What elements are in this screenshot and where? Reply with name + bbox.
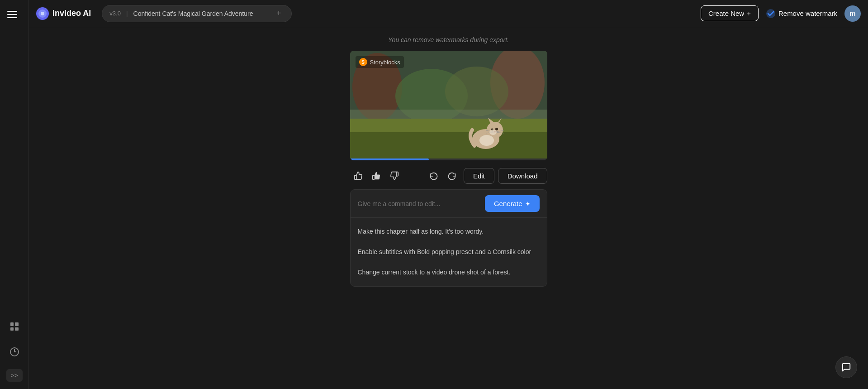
- create-new-button[interactable]: Create New +: [701, 5, 759, 21]
- svg-point-17: [495, 128, 498, 130]
- sidebar: >>: [0, 0, 29, 389]
- main-content: invideo AI v3.0 | Confident Cat's Magica…: [29, 0, 868, 389]
- video-progress-fill: [350, 158, 429, 160]
- storyblocks-watermark: S Storyblocks: [356, 56, 404, 68]
- redo-button[interactable]: [444, 168, 460, 184]
- project-name: Confident Cat's Magical Garden Adventure: [133, 10, 253, 17]
- download-button[interactable]: Download: [498, 168, 547, 184]
- generate-button[interactable]: Generate ✦: [485, 195, 540, 212]
- remove-watermark-label: Remove watermark: [778, 10, 837, 17]
- video-preview[interactable]: S Storyblocks: [350, 51, 547, 158]
- undo-button[interactable]: [426, 168, 442, 184]
- command-area: Generate ✦ Make this chapter half as lon…: [350, 189, 547, 287]
- sidebar-item-history[interactable]: [6, 344, 23, 360]
- download-label: Download: [508, 172, 538, 180]
- content-area: You can remove watermarks during export.: [29, 27, 868, 389]
- suggestion-item[interactable]: Enable subtitles with Bold popping prese…: [351, 242, 547, 262]
- thumbs-up-filled-button[interactable]: [368, 168, 384, 184]
- generate-label: Generate: [494, 200, 522, 207]
- watermark-notice: You can remove watermarks during export.: [388, 36, 509, 43]
- action-row: Edit Download: [350, 168, 547, 184]
- edit-button[interactable]: Edit: [464, 168, 494, 184]
- topbar-right: Create New + Remove watermark m: [701, 5, 861, 22]
- chevron-right-icon: >>: [10, 372, 18, 379]
- chat-fab-button[interactable]: [835, 356, 857, 378]
- project-divider: |: [126, 10, 128, 17]
- svg-point-24: [479, 135, 494, 146]
- command-input[interactable]: [358, 200, 479, 207]
- invideo-logo-icon: [36, 7, 49, 20]
- avatar-initials: m: [849, 10, 855, 17]
- svg-rect-11: [350, 119, 547, 132]
- create-new-label: Create New: [708, 10, 744, 17]
- suggestion-item[interactable]: Change current stock to a video drone sh…: [351, 262, 547, 283]
- generate-sparkle-icon: ✦: [525, 200, 531, 207]
- suggestion-item[interactable]: Make this chapter half as long. It's too…: [351, 221, 547, 242]
- thumbs-down-button[interactable]: [386, 168, 403, 184]
- undo-redo-group: [426, 168, 460, 184]
- suggestions-list: Make this chapter half as long. It's too…: [351, 218, 547, 286]
- svg-rect-12: [350, 132, 547, 158]
- thumbs-up-outline-button[interactable]: [350, 168, 366, 184]
- video-progress-bar[interactable]: [350, 158, 547, 160]
- sidebar-expand-button[interactable]: >>: [6, 369, 23, 382]
- watermark-icon: [766, 9, 776, 19]
- app-name: invideo AI: [52, 9, 91, 18]
- svg-rect-9: [350, 110, 547, 119]
- reaction-group: [350, 168, 403, 184]
- video-container: S Storyblocks: [350, 51, 547, 160]
- project-tab[interactable]: v3.0 | Confident Cat's Magical Garden Ad…: [102, 5, 292, 22]
- add-project-tab-button[interactable]: +: [273, 8, 284, 19]
- logo-area: invideo AI: [36, 7, 91, 20]
- command-input-row: Generate ✦: [351, 190, 547, 218]
- sidebar-item-grid[interactable]: [6, 318, 23, 335]
- user-avatar[interactable]: m: [844, 5, 861, 22]
- topbar: invideo AI v3.0 | Confident Cat's Magica…: [29, 0, 868, 27]
- remove-watermark-button[interactable]: Remove watermark: [764, 5, 839, 22]
- plus-icon: +: [747, 10, 751, 17]
- edit-label: Edit: [473, 172, 485, 180]
- svg-point-2: [41, 12, 44, 15]
- svg-point-25: [489, 130, 497, 135]
- menu-icon[interactable]: [7, 7, 22, 22]
- storyblocks-logo-icon: S: [359, 58, 367, 66]
- storyblocks-label: Storyblocks: [370, 59, 400, 66]
- svg-point-8: [445, 67, 508, 116]
- project-version: v3.0: [109, 10, 121, 17]
